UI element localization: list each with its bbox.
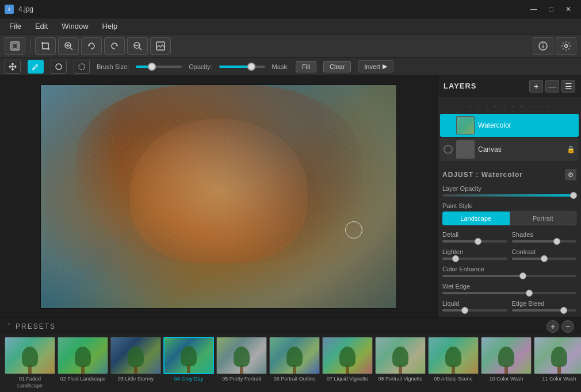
preset-item-3[interactable]: 03 Little Stormy [110, 337, 161, 383]
brush-size-slider[interactable] [136, 66, 182, 68]
lighten-label: Lighten [442, 248, 507, 255]
liquid-slider[interactable] [442, 309, 507, 312]
remove-preset-button[interactable]: − [561, 320, 574, 333]
preset-thumb-1 [5, 337, 55, 374]
shades-label: Shades [512, 231, 577, 238]
layers-list: · · · · · · · · · · Watercolor Canvas 🔒 [438, 97, 581, 164]
edge-bleed-slider[interactable] [512, 309, 577, 312]
contrast-slider[interactable] [512, 258, 577, 260]
preset-label-9: 09 Artistic Scene [428, 376, 479, 383]
maximize-button[interactable]: □ [543, 3, 559, 15]
move-tool-button[interactable] [5, 60, 21, 74]
menu-edit[interactable]: Edit [28, 20, 55, 33]
svg-rect-0 [11, 42, 19, 50]
main-toolbar [0, 34, 581, 57]
menu-file[interactable]: File [2, 20, 28, 33]
layer-watercolor-name: Watercolor [478, 121, 575, 129]
preset-thumb-11 [534, 337, 581, 374]
image-export-button[interactable] [150, 37, 171, 55]
lighten-slider[interactable] [442, 258, 507, 260]
zoom-out-button[interactable] [127, 37, 148, 55]
svg-line-10 [139, 48, 142, 50]
preset-item-10[interactable]: 10 Color Wash [481, 337, 532, 383]
preset-label-8: 08 Portrait Vignette [375, 376, 426, 383]
wet-edge-row: Wet Edge [442, 283, 576, 294]
preset-item-5[interactable]: 05 Pretty Portrait [216, 337, 267, 383]
clear-button[interactable]: Clear [323, 61, 351, 72]
adjust-settings-icon[interactable]: ⚙ [565, 169, 576, 180]
preset-label-1: 01 Faded Landscape [5, 376, 55, 389]
shades-row: Shades [512, 231, 577, 243]
layers-title: LAYERS [444, 82, 477, 90]
rotate-ccw-button[interactable] [81, 37, 102, 55]
layer-watercolor-radio [444, 121, 453, 130]
main-content: LAYERS + — ☰ · · · · · · · · · · Waterco… [0, 76, 581, 317]
layer-canvas-radio [444, 145, 453, 154]
wet-edge-slider[interactable] [442, 292, 576, 294]
preset-thumb-3 [110, 337, 161, 374]
settings-button[interactable] [556, 37, 576, 55]
layer-opacity-slider[interactable] [442, 194, 576, 197]
edge-bleed-label: Edge Bleed [512, 300, 577, 307]
canvas-area[interactable] [0, 76, 437, 317]
menu-window[interactable]: Window [55, 20, 95, 33]
presets-chevron[interactable]: ˅ [7, 322, 11, 331]
fill-button[interactable]: Fill [296, 61, 316, 72]
paint-style-selector: Landscape Portrait [442, 212, 576, 225]
preset-item-6[interactable]: 06 Portrait Outline [269, 337, 320, 383]
layer-opacity-label: Layer Opacity [442, 185, 576, 192]
crop-tool-button[interactable] [35, 37, 56, 55]
shades-slider[interactable] [512, 240, 577, 243]
minimize-button[interactable]: — [526, 3, 542, 15]
preset-item-9[interactable]: 09 Artistic Scene [428, 337, 479, 383]
preset-thumb-9 [428, 337, 479, 374]
preset-item-11[interactable]: 11 Color Wash [534, 337, 581, 383]
preset-item-1[interactable]: 01 Faded Landscape [5, 337, 55, 389]
add-layer-button[interactable]: + [529, 80, 543, 93]
paint-style-label: Paint Style [442, 202, 576, 209]
svg-point-17 [32, 68, 35, 70]
color-enhance-slider[interactable] [442, 275, 576, 277]
circle-brush-button[interactable] [51, 60, 67, 74]
svg-point-18 [56, 64, 62, 70]
preset-label-2: 02 Fluid Landscape [58, 376, 108, 383]
frame-tool-button[interactable] [5, 37, 25, 55]
rotate-cw-button[interactable] [104, 37, 125, 55]
menu-help[interactable]: Help [95, 20, 125, 33]
preset-item-8[interactable]: 08 Portrait Vignette [375, 337, 426, 383]
contrast-label: Contrast [512, 248, 577, 255]
svg-point-16 [565, 44, 568, 47]
preset-thumb-4 [163, 337, 214, 374]
layer-watercolor[interactable]: Watercolor [440, 114, 579, 137]
window-controls: — □ ✕ [526, 3, 576, 15]
presets-scroll[interactable]: 01 Faded Landscape02 Fluid Landscape03 L… [0, 335, 581, 392]
layer-canvas[interactable]: Canvas 🔒 [440, 138, 579, 161]
preset-header-controls: + − [546, 320, 574, 333]
portrait-button[interactable]: Portrait [510, 212, 577, 225]
svg-point-15 [542, 43, 544, 44]
adjust-header: ADJUST : Watercolor ⚙ [442, 169, 576, 180]
preset-thumb-10 [481, 337, 532, 374]
color-enhance-label: Color Enhance [442, 266, 576, 272]
liquid-edgebleed-row: Liquid Edge Bleed [442, 300, 576, 312]
landscape-button[interactable]: Landscape [442, 212, 510, 225]
detail-slider[interactable] [442, 240, 507, 243]
info-button[interactable] [533, 37, 553, 55]
remove-layer-button[interactable]: — [545, 80, 559, 93]
app-icon: 4 [5, 5, 14, 14]
preset-label-6: 06 Portrait Outline [269, 376, 320, 383]
lasso-button[interactable] [74, 60, 90, 74]
opacity-slider[interactable] [219, 66, 265, 68]
preset-thumb-2 [58, 337, 108, 374]
preset-item-7[interactable]: 07 Liquid Vignette [322, 337, 373, 383]
layer-menu-button[interactable]: ☰ [561, 80, 575, 93]
brush-paint-button[interactable] [28, 60, 44, 74]
close-button[interactable]: ✕ [560, 3, 576, 15]
preset-item-2[interactable]: 02 Fluid Landscape [58, 337, 108, 383]
preset-item-4[interactable]: 04 Grey Day [163, 337, 214, 383]
layers-header: LAYERS + — ☰ [438, 76, 581, 97]
invert-button[interactable]: Invert ▶ [358, 60, 393, 72]
zoom-in-button[interactable] [58, 37, 79, 55]
toolbar-sep-1 [30, 39, 30, 53]
add-preset-button[interactable]: + [546, 320, 559, 333]
